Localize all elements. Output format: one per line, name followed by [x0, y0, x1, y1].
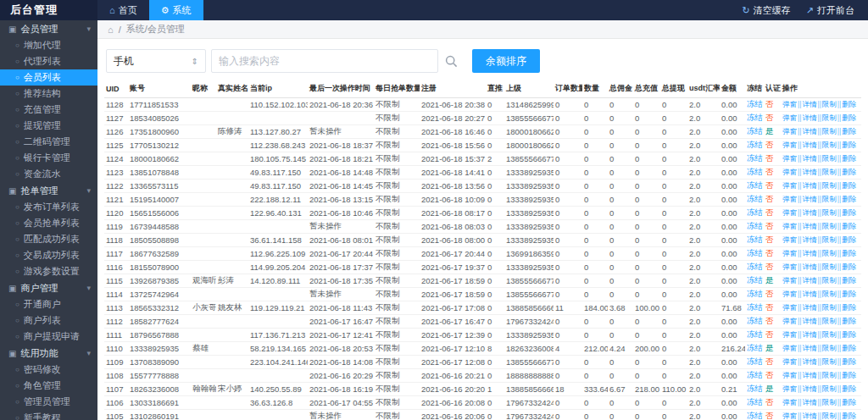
delete-link[interactable]: 删除 — [842, 371, 856, 379]
sidebar-item[interactable]: ○提现管理 — [0, 118, 97, 134]
delete-link[interactable]: 删除 — [842, 303, 856, 312]
restrict-link[interactable]: 限制 — [822, 222, 837, 230]
freeze-link[interactable]: 冻结 — [747, 356, 763, 366]
restrict-link[interactable]: 限制 — [822, 235, 837, 244]
detail-link[interactable]: 详情 — [802, 208, 816, 217]
delete-link[interactable]: 删除 — [842, 398, 856, 406]
detail-link[interactable]: 详情 — [802, 357, 816, 366]
detail-link[interactable]: 详情 — [802, 262, 816, 271]
sidebar-item[interactable]: ○充值管理 — [0, 102, 97, 118]
sidebar-item[interactable]: ○代理列表 — [0, 53, 97, 69]
freeze-link[interactable]: 冻结 — [747, 194, 763, 203]
detail-link[interactable]: 详情 — [802, 195, 816, 203]
restrict-link[interactable]: 限制 — [822, 384, 837, 393]
popup-link[interactable]: 弹窗 — [782, 127, 797, 135]
restrict-link[interactable]: 限制 — [822, 195, 837, 203]
detail-link[interactable]: 详情 — [802, 330, 816, 339]
sidebar-item[interactable]: ○匹配成功列表 — [0, 231, 97, 247]
sidebar-item[interactable]: ○银行卡管理 — [0, 150, 97, 166]
popup-link[interactable]: 弹窗 — [782, 371, 797, 379]
popup-link[interactable]: 弹窗 — [782, 141, 797, 149]
restrict-link[interactable]: 限制 — [822, 303, 837, 312]
sidebar-item[interactable]: ○商户列表 — [0, 312, 97, 329]
clear-cache-button[interactable]: ↻ 清空缓存 — [743, 4, 791, 17]
tab-home[interactable]: ⌂ 首页 — [97, 0, 149, 20]
popup-link[interactable]: 弹窗 — [782, 276, 797, 285]
detail-link[interactable]: 详情 — [802, 398, 816, 406]
freeze-link[interactable]: 冻结 — [747, 343, 763, 352]
freeze-link[interactable]: 冻结 — [747, 302, 763, 312]
detail-link[interactable]: 详情 — [802, 344, 816, 352]
freeze-link[interactable]: 冻结 — [747, 207, 763, 217]
popup-link[interactable]: 弹窗 — [782, 262, 797, 271]
restrict-link[interactable]: 限制 — [822, 113, 837, 122]
sidebar-item[interactable]: ○角色管理 — [0, 378, 97, 394]
delete-link[interactable]: 删除 — [842, 317, 856, 325]
detail-link[interactable]: 详情 — [802, 290, 816, 298]
open-frontend-button[interactable]: ↗ 打开前台 — [806, 4, 854, 17]
freeze-link[interactable]: 冻结 — [747, 262, 763, 271]
search-input[interactable] — [211, 49, 438, 73]
popup-link[interactable]: 弹窗 — [782, 303, 797, 312]
delete-link[interactable]: 删除 — [842, 168, 856, 176]
delete-link[interactable]: 删除 — [842, 384, 856, 393]
detail-link[interactable]: 详情 — [802, 235, 816, 244]
freeze-link[interactable]: 冻结 — [747, 384, 763, 393]
restrict-link[interactable]: 限制 — [822, 290, 837, 298]
freeze-link[interactable]: 冻结 — [747, 397, 763, 406]
freeze-link[interactable]: 冻结 — [747, 329, 763, 339]
popup-link[interactable]: 弹窗 — [782, 113, 797, 122]
sidebar-section[interactable]: ▣商户管理▾ — [0, 279, 97, 296]
popup-link[interactable]: 弹窗 — [782, 344, 797, 352]
sidebar-item[interactable]: ○二维码管理 — [0, 134, 97, 150]
sidebar-item[interactable]: ○商户提现申请 — [0, 329, 97, 345]
delete-link[interactable]: 删除 — [842, 222, 856, 230]
delete-link[interactable]: 删除 — [842, 181, 856, 190]
freeze-link[interactable]: 冻结 — [747, 275, 763, 285]
restrict-link[interactable]: 限制 — [822, 168, 837, 176]
popup-link[interactable]: 弹窗 — [782, 249, 797, 257]
popup-link[interactable]: 弹窗 — [782, 208, 797, 217]
sidebar-section[interactable]: ▣统用功能▾ — [0, 345, 97, 362]
delete-link[interactable]: 删除 — [842, 235, 856, 244]
freeze-link[interactable]: 冻结 — [747, 411, 763, 420]
detail-link[interactable]: 详情 — [802, 276, 816, 285]
delete-link[interactable]: 删除 — [842, 127, 856, 135]
delete-link[interactable]: 删除 — [842, 344, 856, 352]
popup-link[interactable]: 弹窗 — [782, 330, 797, 339]
restrict-link[interactable]: 限制 — [822, 371, 837, 379]
restrict-link[interactable]: 限制 — [822, 344, 837, 352]
popup-link[interactable]: 弹窗 — [782, 290, 797, 298]
detail-link[interactable]: 详情 — [802, 384, 816, 393]
popup-link[interactable]: 弹窗 — [782, 181, 797, 190]
search-icon[interactable] — [438, 49, 464, 73]
restrict-link[interactable]: 限制 — [822, 317, 837, 325]
sidebar-item[interactable]: ○开通商户 — [0, 296, 97, 312]
sidebar-item[interactable]: ○管理员管理 — [0, 394, 97, 410]
restrict-link[interactable]: 限制 — [822, 127, 837, 135]
freeze-link[interactable]: 冻结 — [747, 167, 763, 176]
popup-link[interactable]: 弹窗 — [782, 100, 797, 108]
detail-link[interactable]: 详情 — [802, 371, 816, 379]
delete-link[interactable]: 删除 — [842, 100, 856, 108]
restrict-link[interactable]: 限制 — [822, 276, 837, 285]
restrict-link[interactable]: 限制 — [822, 154, 837, 163]
balance-sort-button[interactable]: 余额排序 — [472, 49, 540, 73]
restrict-link[interactable]: 限制 — [822, 412, 837, 420]
freeze-link[interactable]: 冻结 — [747, 248, 763, 257]
sidebar-section[interactable]: ▣抢单管理▾ — [0, 182, 97, 199]
detail-link[interactable]: 详情 — [802, 154, 816, 163]
detail-link[interactable]: 详情 — [802, 168, 816, 176]
sidebar-item[interactable]: ○会员抢单列表 — [0, 215, 97, 231]
sidebar-item[interactable]: ○发布订单列表 — [0, 199, 97, 215]
freeze-link[interactable]: 冻结 — [747, 221, 763, 230]
restrict-link[interactable]: 限制 — [822, 330, 837, 339]
freeze-link[interactable]: 冻结 — [747, 140, 763, 149]
tab-system[interactable]: ⚙ 系统 — [149, 0, 203, 20]
popup-link[interactable]: 弹窗 — [782, 235, 797, 244]
sidebar-item[interactable]: ○资金流水 — [0, 166, 97, 182]
popup-link[interactable]: 弹窗 — [782, 195, 797, 203]
sidebar-item[interactable]: ○交易成功列表 — [0, 247, 97, 263]
freeze-link[interactable]: 冻结 — [747, 180, 763, 190]
delete-link[interactable]: 删除 — [842, 113, 856, 122]
